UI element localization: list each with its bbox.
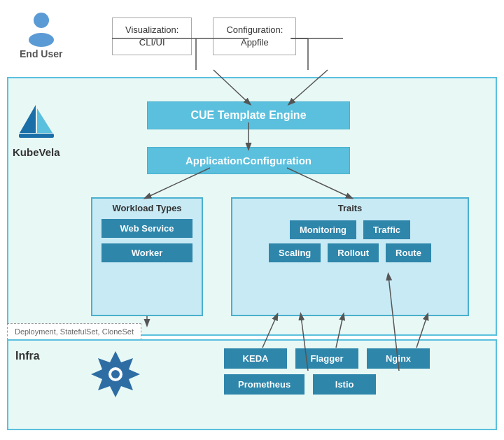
kubevela-sail-icon xyxy=(16,101,57,143)
prometheus-item: Prometheus xyxy=(224,374,304,395)
traits-row1: Monitoring Traffic xyxy=(232,220,468,239)
workload-types-area: Workload Types Web Service Worker xyxy=(91,197,203,316)
svg-point-7 xyxy=(111,370,120,378)
diagram: End User Visualization: CLI/UI Configura… xyxy=(0,0,504,440)
appconfig-label: ApplicationConfiguration xyxy=(186,155,312,166)
config-line2: Appfile xyxy=(226,36,283,49)
app-config-box: ApplicationConfiguration xyxy=(147,147,350,174)
istio-item: Istio xyxy=(313,374,376,395)
worker-item: Worker xyxy=(102,243,192,262)
end-user-label: End User xyxy=(20,48,62,59)
traits-title: Traits xyxy=(232,199,468,216)
cue-template-engine-box: CUE Template Engine xyxy=(147,101,350,129)
svg-point-0 xyxy=(34,13,49,28)
nginx-item: Nginx xyxy=(367,348,430,369)
svg-rect-4 xyxy=(19,134,54,138)
config-box: Configuration: Appfile xyxy=(213,17,296,55)
top-boxes: Visualization: CLI/UI Configuration: App… xyxy=(112,17,296,55)
monitoring-item: Monitoring xyxy=(290,220,356,239)
infra-row2: Prometheus Istio xyxy=(224,374,430,395)
svg-point-1 xyxy=(29,33,54,47)
svg-marker-2 xyxy=(20,105,36,133)
scaling-item: Scaling xyxy=(269,243,321,262)
top-section: End User Visualization: CLI/UI Configura… xyxy=(0,7,504,84)
flagger-item: Flagger xyxy=(295,348,358,369)
workload-items: Web Service Worker xyxy=(92,219,202,262)
viz-line2: CLI/UI xyxy=(125,36,178,49)
workload-title: Workload Types xyxy=(92,199,202,216)
viz-box: Visualization: CLI/UI xyxy=(112,17,192,55)
infra-boxes: KEDA Flagger Nginx Prometheus Istio xyxy=(224,348,430,395)
deployment-label: Deployment, StatefulSet, CloneSet xyxy=(7,323,141,340)
traffic-item: Traffic xyxy=(363,220,410,239)
cue-label: CUE Template Engine xyxy=(190,109,306,121)
config-line1: Configuration: xyxy=(226,24,283,36)
k8s-icon xyxy=(91,350,140,399)
viz-line1: Visualization: xyxy=(125,24,178,36)
svg-marker-3 xyxy=(37,108,52,133)
rollout-item: Rollout xyxy=(328,243,379,262)
keda-item: KEDA xyxy=(224,348,287,369)
web-service-item: Web Service xyxy=(102,219,192,238)
route-item: Route xyxy=(386,243,431,262)
end-user: End User xyxy=(20,10,62,59)
infra-row1: KEDA Flagger Nginx xyxy=(224,348,430,369)
person-icon xyxy=(26,10,57,47)
kubevela-label-group: KubeVela xyxy=(13,101,60,158)
traits-area: Traits Monitoring Traffic Scaling Rollou… xyxy=(231,197,469,316)
kubevela-text: KubeVela xyxy=(13,146,60,158)
traits-row2: Scaling Rollout Route xyxy=(232,243,468,262)
infra-label: Infra xyxy=(15,350,40,362)
